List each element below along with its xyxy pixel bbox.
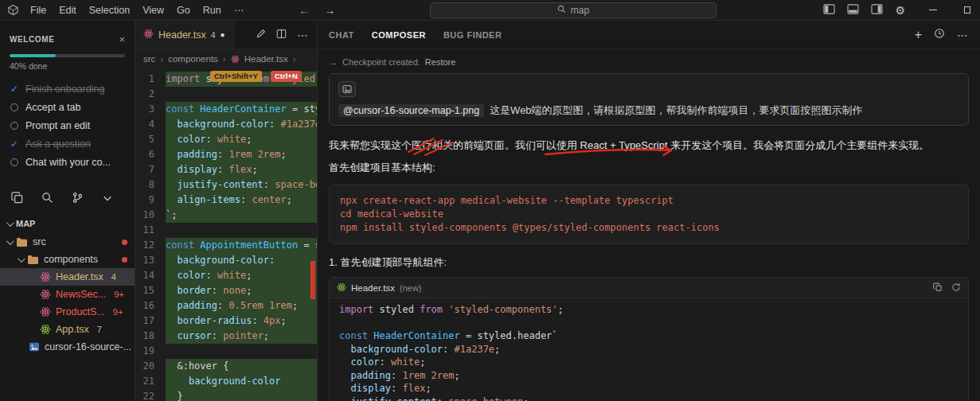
code-text [166,223,317,238]
search-box[interactable]: map [430,2,716,18]
chevron-down-icon[interactable] [102,193,113,204]
menu-go[interactable]: Go [170,5,197,16]
more-actions-icon[interactable]: ⋯ [957,29,969,41]
history-icon[interactable] [934,28,945,42]
editor-code-line[interactable]: 9 align-items: center; [135,193,317,208]
tab-header-tsx[interactable]: Header.tsx 4 ● [135,21,234,49]
problem-dot [122,257,127,263]
split-editor-icon[interactable] [276,28,287,42]
reapply-icon[interactable] [951,281,961,295]
editor-code-line[interactable]: 20 &:hover { [135,359,317,374]
layout-sidebar-left-icon[interactable] [823,4,835,17]
editor-code-line[interactable]: 10`; [135,208,317,223]
nav-back-icon[interactable]: ← [291,4,317,17]
window-minimize-button[interactable] [917,0,938,20]
check-icon: ✓ [10,138,19,150]
onboarding-item-finish-onboarding[interactable]: ✓ Finish onboarding [0,80,135,98]
editor-code-line[interactable]: 16 padding: 0.5rem 1rem; [135,298,317,313]
menu-more-icon[interactable]: ⋯ [228,4,251,16]
editor-code-line[interactable]: 17 border-radius: 4px; [135,313,317,329]
progress-label: 40% done [10,61,125,71]
menu-edit[interactable]: Edit [53,5,83,16]
code-text: background-color: [166,253,317,268]
tree-item-products-tsx[interactable]: ProductS... 9+ [0,303,135,321]
onboarding-item-prompt-an-edit[interactable]: Prompt an edit [0,116,135,134]
new-chat-icon[interactable]: + [915,29,922,41]
menu-file[interactable]: File [24,5,53,16]
breadcrumb-src[interactable]: src [143,54,155,64]
code-line: background-color: #1a237e; [339,343,959,356]
shell-code-block[interactable]: npx create-react-app medical-website --t… [329,185,969,244]
folder-icon [16,237,28,247]
breadcrumb-header-tsx[interactable]: Header.tsx [244,54,288,64]
editor-code-area[interactable]: 1import styled from 'styled-components';… [135,68,317,401]
menu-selection[interactable]: Selection [83,5,136,16]
editor-code-line[interactable]: 2 [135,87,317,102]
attachment-thumbnail[interactable] [338,81,356,97]
app-window: File Edit Selection View Go Run ⋯ ← → ma… [0,0,980,401]
menu-run[interactable]: Run [197,5,228,16]
code-text: cursor: pointer; [166,329,317,344]
checkpoint-arrow-icon: → [329,57,338,67]
breadcrumb[interactable]: src › components › Header.tsx › [135,49,317,68]
editor-code-line[interactable]: 6 padding: 1rem 2rem; [135,147,317,162]
tree-item-cursor-source-png[interactable]: cursor-16-source-... [0,338,135,356]
code-text: `; [166,208,317,223]
close-icon[interactable]: × [119,33,125,45]
editor-code-line[interactable]: 19 [135,344,317,359]
tree-item-app-tsx[interactable]: App.tsx 7 [0,321,135,338]
code-text: padding: 1rem 2rem; [166,147,317,162]
react-icon [337,281,346,295]
search-icon[interactable] [41,192,53,204]
onboarding-item-accept-a-tab[interactable]: Accept a tab [0,98,135,116]
editor-code-line[interactable]: 5 color: white; [135,132,317,147]
welcome-panel-header: WELCOME × [0,33,135,45]
attachment-chip[interactable]: @cursor-16-source-map-1.png [338,104,484,117]
cursor-logo[interactable] [7,4,19,16]
explorer-copy-icon[interactable] [11,192,23,204]
menu-view[interactable]: View [136,5,170,16]
layout-sidebar-right-icon[interactable] [871,4,883,17]
tree-item-components[interactable]: components [0,251,135,268]
user-message[interactable]: @cursor-16-source-map-1.png 这是Web端的原型图，请… [329,73,969,126]
editor-code-line[interactable]: 18 cursor: pointer; [135,329,317,344]
nav-forward-icon[interactable]: → [317,4,342,17]
editor-code-line[interactable]: 8 justify-content: space-between; [135,177,317,193]
tree-item-newssec-tsx[interactable]: NewsSec... 9+ [0,286,135,303]
editor-code-line[interactable]: 15 border: none; [135,283,317,298]
search-value: map [571,5,589,16]
copy-icon[interactable] [933,281,943,295]
code-line: justify-content: space-between; [339,395,959,401]
tab-chat[interactable]: CHAT [329,30,354,40]
onboarding-item-ask-a-question[interactable]: ✓ Ask a question [0,134,135,153]
editor-code-line[interactable]: 21 background-color [135,374,317,389]
tab-composer[interactable]: COMPOSER [372,30,426,40]
workbench: WELCOME × 40% done ✓ Finish onboarding A… [0,21,980,401]
more-actions-icon[interactable]: ⋯ [297,29,309,41]
code-text [166,87,317,102]
window-maximize-button[interactable] [950,0,970,20]
editor-code-line[interactable]: 11 [135,223,317,238]
tab-bug-finder[interactable]: BUG FINDER [443,30,502,40]
breadcrumb-components[interactable]: components [168,54,218,64]
explorer-section-header[interactable]: MAP [6,219,135,228]
settings-gear-icon[interactable]: ⚙ [895,4,905,17]
source-control-icon[interactable] [72,192,84,204]
onboarding-item-chat[interactable]: Chat with your co... [0,153,135,171]
line-number: 15 [135,283,166,298]
dirty-dot-icon[interactable]: ● [221,30,225,39]
problem-count-badge: 7 [97,325,102,334]
layout-panel-icon[interactable] [847,4,859,17]
editor-code-line[interactable]: 22 } [135,389,317,401]
editor-code-line[interactable]: 3const HeaderContainer = styled.header` [135,102,317,117]
tree-item-header-tsx[interactable]: Header.tsx 4 [0,268,135,286]
restore-button[interactable]: Restore [425,57,456,67]
editor-code-line[interactable]: 7 display: flex; [135,162,317,177]
editor-code-line[interactable]: 4 background-color: #1a237e; [135,117,317,132]
editor-code-line[interactable]: 13 background-color: [135,253,317,268]
editor-code-line[interactable]: 12const AppointmentButton = styled.butto… [135,238,317,253]
editor-code-line[interactable]: 14 color: white; [135,268,317,283]
code-block-body[interactable]: import styled from 'styled-components';c… [330,298,968,401]
edit-pencil-icon[interactable] [256,28,266,42]
tree-item-src[interactable]: src [0,233,135,251]
